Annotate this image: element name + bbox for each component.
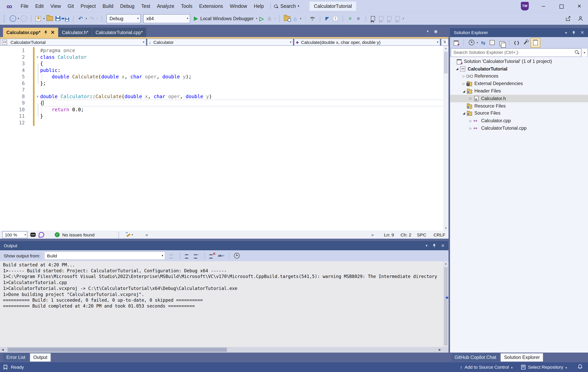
tree-item-calculatortutorial-cpp[interactable]: ▷++CalculatorTutorial.cpp xyxy=(450,124,588,132)
increase-indent-icon[interactable]: ≡ xyxy=(355,14,362,23)
code-line[interactable]: 9{ xyxy=(0,100,443,106)
tree-item-resource-files[interactable]: ▼Resource Files xyxy=(450,102,588,110)
navigate-back-button[interactable]: ← xyxy=(9,14,16,23)
toggle-bookmark-icon[interactable] xyxy=(369,14,377,23)
column-indicator[interactable]: Ch: 2 xyxy=(400,232,417,237)
code-cleanup-broom-icon[interactable] xyxy=(126,232,131,237)
output-scrollbar-thumb[interactable] xyxy=(444,267,448,346)
pin-icon[interactable] xyxy=(572,30,576,35)
close-button[interactable]: ✕ xyxy=(573,0,586,12)
split-editor-icon[interactable]: ⇅ xyxy=(441,39,448,46)
code-line[interactable]: 4public: xyxy=(0,67,443,73)
copilot-status-icon[interactable] xyxy=(30,233,36,237)
output-vertical-scrollbar[interactable]: ▲ xyxy=(443,261,449,347)
code-line-text[interactable]: return 0.0; xyxy=(40,106,443,113)
hscroll-right-arrow-icon[interactable]: ▶ xyxy=(372,233,374,237)
menu-debug[interactable]: Debug xyxy=(117,0,138,12)
previous-message-icon[interactable]: ← xyxy=(184,251,192,260)
code-line-text[interactable] xyxy=(40,119,443,126)
properties-wrench-icon[interactable] xyxy=(522,38,530,47)
add-to-source-control-button[interactable]: ↑ Add to Source Control ▴ xyxy=(457,364,516,370)
save-button[interactable] xyxy=(54,14,61,23)
hot-reload-chevron-icon[interactable]: ▾ xyxy=(274,17,276,20)
space-indicator[interactable]: SPC xyxy=(417,232,433,237)
hot-reload-icon[interactable] xyxy=(266,14,273,23)
format-selection-icon[interactable]: ▮ xyxy=(332,14,339,23)
panel-tab-error-list[interactable]: Error List xyxy=(3,353,29,362)
code-line-text[interactable]: { xyxy=(40,60,443,67)
expanded-arrow-icon[interactable]: ◢ xyxy=(454,67,460,70)
titlebar-solution-box[interactable]: CalculatorTutorial xyxy=(309,1,357,11)
code-line[interactable]: 12 xyxy=(0,119,443,126)
current-code-line-text[interactable]: { xyxy=(40,100,443,106)
tree-item-calculator-cpp[interactable]: ▷++Calculator.cpp xyxy=(450,117,588,124)
clear-bookmarks-icon[interactable] xyxy=(394,14,401,23)
search-icon[interactable] xyxy=(575,50,580,55)
editor-scrollbar-thumb[interactable] xyxy=(444,52,448,73)
hscroll-left-arrow-icon[interactable]: ◀ xyxy=(145,233,147,237)
code-line-text[interactable]: } xyxy=(40,113,443,119)
menu-extensions[interactable]: Extensions xyxy=(196,0,226,12)
notifications-bell-icon[interactable] xyxy=(578,364,583,371)
code-line-text[interactable]: #pragma once xyxy=(40,47,443,54)
code-line[interactable]: 11} xyxy=(0,113,443,119)
intellicode-icon[interactable] xyxy=(39,232,44,238)
menu-build[interactable]: Build xyxy=(99,0,117,12)
menu-git[interactable]: Git xyxy=(64,0,77,12)
next-bookmark-icon[interactable] xyxy=(386,14,393,23)
select-repository-button[interactable]: Select Repository ▴ xyxy=(518,364,570,370)
hscroll-right-arrow-icon[interactable]: ▶ xyxy=(437,347,442,352)
view-code-icon[interactable]: ❬❭ xyxy=(513,38,521,47)
code-line-text[interactable]: double Calculator::Calculate(double x, c… xyxy=(40,93,443,100)
editor-vertical-scrollbar[interactable]: ▲ ▼ xyxy=(443,46,449,231)
previous-bookmark-icon[interactable] xyxy=(378,14,385,23)
restore-button[interactable] xyxy=(555,0,568,12)
scroll-up-arrow-icon[interactable]: ▲ xyxy=(443,46,449,51)
document-list-chevron-icon[interactable]: ▾ xyxy=(427,29,429,34)
output-pane-titlebar[interactable]: Output ▾ ✕ xyxy=(0,241,448,250)
clear-all-icon[interactable]: ✕ xyxy=(208,251,216,260)
member-dropdown[interactable]: ◆ Calculate(double x, char oper, double … xyxy=(294,39,440,46)
select-mode-icon[interactable]: ◤ xyxy=(324,14,331,23)
fold-collapse-icon[interactable]: ∨ xyxy=(35,93,40,100)
panel-tab-github-copilot-chat[interactable]: GitHub Copilot Chat xyxy=(451,353,500,362)
code-editor[interactable]: 1#pragma once2∨class Calculator3{4public… xyxy=(0,46,448,231)
collapsed-arrow-icon[interactable]: ▷ xyxy=(468,127,473,130)
close-pane-icon[interactable]: ✕ xyxy=(580,30,584,35)
close-pane-icon[interactable]: ✕ xyxy=(441,243,445,248)
tree-item-header-files[interactable]: ◢▼Header Files xyxy=(450,87,588,95)
tree-item-solution-calculatortutorial-1-of-1-project[interactable]: ◆Solution 'CalculatorTutorial' (1 of 1 p… xyxy=(450,58,588,65)
window-position-chevron-icon[interactable]: ▾ xyxy=(426,243,428,248)
code-line-text[interactable]: public: xyxy=(40,67,443,73)
menu-project[interactable]: Project xyxy=(77,0,99,12)
zoom-level-dropdown[interactable]: 100 %▾ xyxy=(2,231,27,238)
pending-changes-filter-icon[interactable] xyxy=(467,38,475,47)
code-line-text[interactable] xyxy=(40,87,443,93)
code-line[interactable]: 1#pragma once xyxy=(0,47,443,54)
document-tab[interactable]: Calculator.h* xyxy=(58,28,92,37)
document-tab[interactable]: Calculator.cpp*✕ xyxy=(3,28,58,37)
tree-item-calculatortutorial[interactable]: ◢++CalculatorTutorial xyxy=(450,65,588,72)
minimize-button[interactable]: ─ xyxy=(537,0,550,12)
word-wrap-icon[interactable]: ab↵ xyxy=(217,251,225,260)
tree-item-calculator-h[interactable]: ▷hCalculator.h xyxy=(450,95,588,102)
tree-item-source-files[interactable]: ◢▼Source Files xyxy=(450,110,588,117)
output-hscrollbar-thumb[interactable] xyxy=(8,348,227,352)
panel-tab-solution-explorer[interactable]: Solution Explorer xyxy=(501,353,543,362)
find-in-files-icon[interactable] xyxy=(283,14,291,23)
close-tab-icon[interactable]: ✕ xyxy=(51,30,55,35)
menu-test[interactable]: Test xyxy=(138,0,154,12)
code-cleanup-chevron-icon[interactable]: ▾ xyxy=(132,233,133,236)
hscroll-left-arrow-icon[interactable]: ◀ xyxy=(0,347,5,352)
tree-item-external-dependencies[interactable]: ▷↗External Dependencies xyxy=(450,80,588,87)
toolbar-overflow-chevron-icon[interactable]: ▾ xyxy=(300,17,301,20)
menu-edit[interactable]: Edit xyxy=(32,0,47,12)
share-icon[interactable] xyxy=(564,14,572,23)
start-without-debugging-icon[interactable]: ▷ xyxy=(260,15,264,22)
solution-explorer-home-icon[interactable]: ⌂ xyxy=(291,14,299,23)
issues-status-label[interactable]: No issues found xyxy=(62,232,94,237)
menu-view[interactable]: View xyxy=(47,0,64,12)
new-project-button[interactable]: ✱ xyxy=(35,14,42,23)
pin-icon[interactable] xyxy=(44,30,48,34)
filter-chevron-icon[interactable]: ▾ xyxy=(477,41,478,44)
